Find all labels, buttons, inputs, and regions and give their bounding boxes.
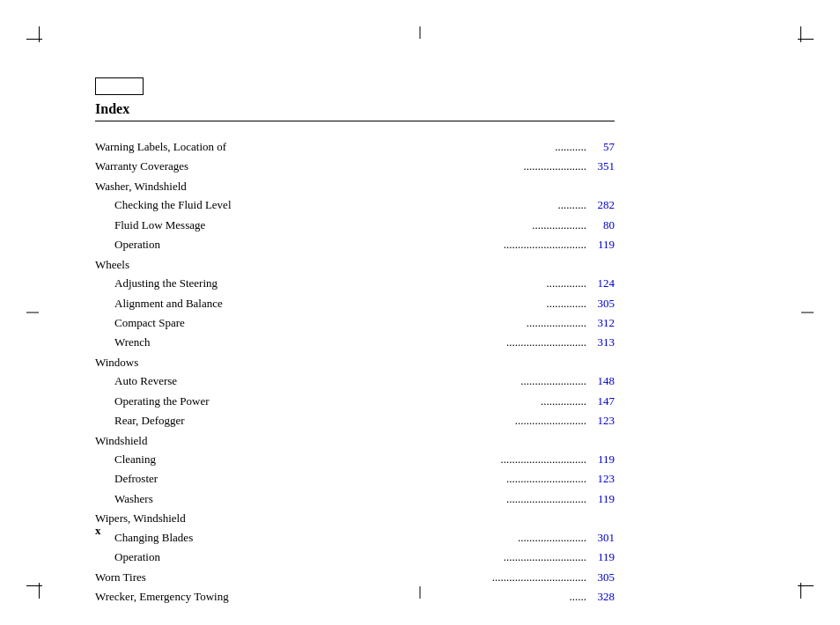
entry-page-number: 119 <box>588 450 615 468</box>
index-entry: Worn Tires..............................… <box>95 568 615 587</box>
index-entry: Rear, Defogger.........................1… <box>95 411 615 430</box>
tick-top <box>420 26 421 39</box>
entry-dots: ...................... <box>341 157 588 176</box>
entry-label: Adjusting the Steering <box>95 274 350 292</box>
entry-dots: ......................... <box>350 411 588 430</box>
content-area: Index Warning Labels, Location of.......… <box>95 101 615 607</box>
entry-dots: ........................ <box>350 528 588 548</box>
index-entry: Wheels <box>95 255 615 274</box>
corner-mark-bl <box>26 574 51 599</box>
entry-dots: ..................... <box>350 313 588 333</box>
entry-dots: ............................. <box>350 235 588 254</box>
entry-page-number: 328 <box>588 587 615 606</box>
entry-dots: ....................... <box>350 371 588 391</box>
entry-label: Compact Spare <box>95 313 350 332</box>
index-entry: Wrecker, Emergency Towing......328 <box>95 587 615 607</box>
index-entry: Wipers, Windshield <box>95 509 615 527</box>
entry-page-number: 282 <box>588 195 615 214</box>
entry-dots: ............................ <box>350 469 588 489</box>
entry-page-number: 148 <box>588 371 615 390</box>
entry-label: Checking the Fluid Level <box>95 195 350 214</box>
entry-label: Wipers, Windshield <box>95 509 615 527</box>
index-entry: Operation.............................11… <box>95 235 615 254</box>
index-entry: Windows <box>95 353 615 371</box>
index-entry: Auto Reverse.......................148 <box>95 371 615 391</box>
index-entry: Alignment and Balance..............305 <box>95 294 615 313</box>
entry-page-number: 80 <box>588 216 615 234</box>
corner-mark-tl <box>26 26 51 51</box>
entry-page-number: 124 <box>588 274 615 292</box>
index-entry: Washer, Windshield <box>95 177 615 195</box>
entry-page-number: 313 <box>588 333 615 351</box>
entry-page-number: 123 <box>588 469 615 488</box>
entry-label: Operating the Power <box>95 392 350 410</box>
entry-label: Windows <box>95 353 615 371</box>
entry-page-number: 119 <box>588 235 615 254</box>
index-entry: Wrench............................313 <box>95 333 615 352</box>
entry-label: Washer, Windshield <box>95 177 615 195</box>
entry-label: Warning Labels, Location of <box>95 137 341 156</box>
entry-label: Cleaning <box>95 450 350 468</box>
tick-right <box>801 312 814 313</box>
page-title: Index <box>95 101 615 117</box>
index-entry: Defroster............................123 <box>95 469 615 489</box>
title-divider <box>95 121 615 121</box>
entry-dots: .............................. <box>350 450 588 469</box>
entry-dots: ................ <box>350 392 588 411</box>
index-entry: Checking the Fluid Level..........282 <box>95 195 615 215</box>
entry-page-number: 305 <box>588 568 615 586</box>
entry-page-number: 57 <box>588 137 615 156</box>
index-entries: Warning Labels, Location of...........57… <box>95 137 615 607</box>
tick-left <box>26 312 39 313</box>
index-entry: Changing Blades........................3… <box>95 528 615 548</box>
index-entry: Windshield <box>95 431 615 450</box>
entry-label: Operation <box>95 548 350 566</box>
index-entry: Fluid Low Message...................80 <box>95 216 615 235</box>
entry-dots: .............. <box>350 294 588 313</box>
entry-dots: .............. <box>350 274 588 293</box>
entry-label: Worn Tires <box>95 568 341 586</box>
entry-dots: ...... <box>341 587 588 607</box>
entry-page-number: 305 <box>588 294 615 312</box>
page-number-box <box>95 77 144 95</box>
entry-dots: ........... <box>341 137 588 157</box>
entry-label: Defroster <box>95 469 350 488</box>
index-entry: Warning Labels, Location of...........57 <box>95 137 615 157</box>
entry-label: Alignment and Balance <box>95 294 350 312</box>
entry-label: Changing Blades <box>95 528 350 547</box>
entry-page-number: 147 <box>588 392 615 410</box>
entry-dots: ............................ <box>350 333 588 352</box>
entry-dots: ................................. <box>341 568 588 587</box>
entry-label: Windshield <box>95 431 615 450</box>
entry-page-number: 119 <box>588 489 615 508</box>
entry-label: Wheels <box>95 255 615 274</box>
entry-label: Washers <box>95 489 350 508</box>
entry-label: Auto Reverse <box>95 371 350 390</box>
entry-label: Wrecker, Emergency Towing <box>95 587 341 606</box>
entry-dots: ............................ <box>350 489 588 509</box>
entry-dots: ................... <box>350 216 588 235</box>
corner-mark-br <box>789 574 814 599</box>
index-entry: Compact Spare.....................312 <box>95 313 615 333</box>
index-entry: Warranty Coverages......................… <box>95 157 615 176</box>
entry-dots: ............................. <box>350 548 588 567</box>
index-entry: Operating the Power................147 <box>95 392 615 411</box>
entry-dots: .......... <box>350 195 588 215</box>
entry-page-number: 119 <box>588 548 615 566</box>
index-entry: Washers............................119 <box>95 489 615 509</box>
corner-mark-tr <box>789 26 814 51</box>
index-entry: Operation.............................11… <box>95 548 615 567</box>
entry-label: Rear, Defogger <box>95 411 350 430</box>
entry-label: Operation <box>95 235 350 254</box>
entry-label: Fluid Low Message <box>95 216 350 234</box>
entry-label: Wrench <box>95 333 350 351</box>
index-entry: Cleaning..............................11… <box>95 450 615 469</box>
index-entry: Adjusting the Steering..............124 <box>95 274 615 293</box>
entry-page-number: 351 <box>588 157 615 175</box>
entry-page-number: 312 <box>588 313 615 332</box>
section-letter-x: x <box>95 524 101 538</box>
entry-page-number: 123 <box>588 411 615 430</box>
entry-label: Warranty Coverages <box>95 157 341 175</box>
entry-page-number: 301 <box>588 528 615 547</box>
